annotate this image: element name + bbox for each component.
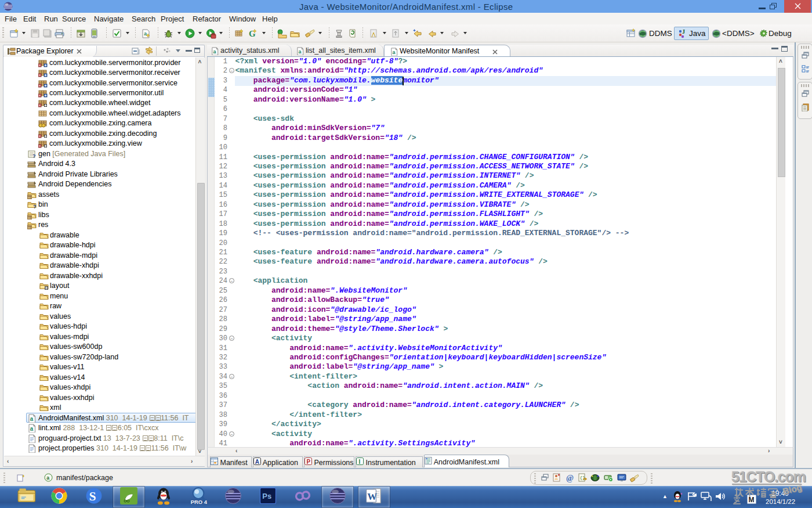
svg-text:a: a bbox=[298, 49, 302, 55]
svg-text:S: S bbox=[89, 489, 96, 503]
svg-text:?: ? bbox=[33, 204, 37, 209]
svg-text:PRO 4: PRO 4 bbox=[191, 499, 208, 505]
svg-text:P: P bbox=[306, 459, 310, 465]
svg-text:?: ? bbox=[32, 153, 36, 158]
svg-text:I: I bbox=[359, 459, 361, 465]
svg-text:@: @ bbox=[566, 474, 574, 482]
svg-text:J: J bbox=[682, 28, 685, 35]
svg-text:A: A bbox=[255, 459, 259, 465]
svg-text:a: a bbox=[46, 475, 50, 481]
svg-text:a: a bbox=[30, 416, 34, 423]
svg-text:a: a bbox=[30, 426, 34, 433]
svg-text:W: W bbox=[367, 491, 377, 502]
svg-text:a: a bbox=[392, 49, 396, 56]
svg-text:a: a bbox=[213, 49, 216, 55]
svg-text:a: a bbox=[144, 31, 147, 37]
svg-text:Ps: Ps bbox=[262, 492, 271, 500]
